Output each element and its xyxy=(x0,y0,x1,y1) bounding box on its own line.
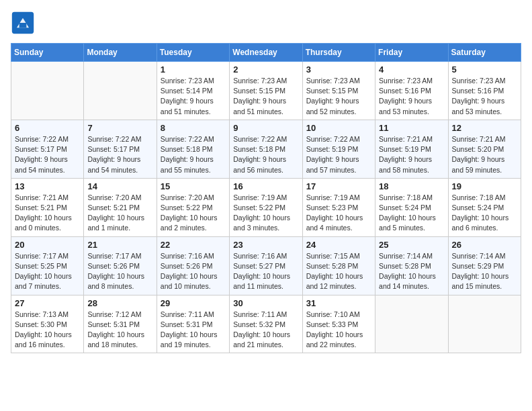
calendar-cell: 29Sunrise: 7:11 AM Sunset: 5:31 PM Dayli… xyxy=(157,295,229,353)
day-number: 3 xyxy=(306,64,371,75)
calendar-cell: 22Sunrise: 7:16 AM Sunset: 5:26 PM Dayli… xyxy=(157,236,229,295)
day-info: Sunrise: 7:23 AM Sunset: 5:15 PM Dayligh… xyxy=(306,76,371,117)
day-info: Sunrise: 7:15 AM Sunset: 5:28 PM Dayligh… xyxy=(306,251,371,292)
day-number: 11 xyxy=(379,123,444,133)
calendar-cell: 28Sunrise: 7:12 AM Sunset: 5:31 PM Dayli… xyxy=(84,295,157,353)
day-info: Sunrise: 7:22 AM Sunset: 5:18 PM Dayligh… xyxy=(233,134,298,175)
calendar-week-row: 27Sunrise: 7:13 AM Sunset: 5:30 PM Dayli… xyxy=(11,295,521,353)
day-info: Sunrise: 7:20 AM Sunset: 5:21 PM Dayligh… xyxy=(87,193,152,234)
calendar-header-row: SundayMondayTuesdayWednesdayThursdayFrid… xyxy=(11,44,521,62)
calendar-week-row: 13Sunrise: 7:21 AM Sunset: 5:21 PM Dayli… xyxy=(11,178,521,236)
day-number: 30 xyxy=(233,298,298,308)
calendar-day-header: Monday xyxy=(84,44,157,62)
calendar-cell: 31Sunrise: 7:10 AM Sunset: 5:33 PM Dayli… xyxy=(302,295,375,353)
calendar-cell: 25Sunrise: 7:14 AM Sunset: 5:28 PM Dayli… xyxy=(375,236,448,295)
calendar-cell xyxy=(375,295,448,353)
calendar-cell: 20Sunrise: 7:17 AM Sunset: 5:25 PM Dayli… xyxy=(11,236,84,295)
day-info: Sunrise: 7:23 AM Sunset: 5:16 PM Dayligh… xyxy=(452,76,517,117)
calendar-cell xyxy=(84,62,157,120)
calendar-cell xyxy=(11,62,84,120)
day-number: 22 xyxy=(161,240,226,250)
day-info: Sunrise: 7:14 AM Sunset: 5:28 PM Dayligh… xyxy=(379,251,444,292)
calendar-day-header: Tuesday xyxy=(157,44,229,62)
day-number: 4 xyxy=(379,64,444,75)
day-info: Sunrise: 7:22 AM Sunset: 5:17 PM Dayligh… xyxy=(87,134,152,175)
day-info: Sunrise: 7:21 AM Sunset: 5:21 PM Dayligh… xyxy=(15,193,80,234)
calendar-cell: 17Sunrise: 7:19 AM Sunset: 5:23 PM Dayli… xyxy=(302,178,375,236)
calendar-cell: 15Sunrise: 7:20 AM Sunset: 5:22 PM Dayli… xyxy=(157,178,229,236)
day-number: 28 xyxy=(87,298,152,308)
day-number: 7 xyxy=(87,123,152,133)
calendar-cell: 27Sunrise: 7:13 AM Sunset: 5:30 PM Dayli… xyxy=(11,295,84,353)
day-number: 2 xyxy=(233,64,298,75)
calendar-table: SundayMondayTuesdayWednesdayThursdayFrid… xyxy=(11,43,521,353)
day-info: Sunrise: 7:16 AM Sunset: 5:26 PM Dayligh… xyxy=(161,251,226,292)
day-number: 24 xyxy=(306,240,371,250)
day-number: 19 xyxy=(452,181,517,191)
calendar-day-header: Saturday xyxy=(448,44,521,62)
day-info: Sunrise: 7:22 AM Sunset: 5:18 PM Dayligh… xyxy=(161,134,226,175)
day-info: Sunrise: 7:22 AM Sunset: 5:19 PM Dayligh… xyxy=(306,134,371,175)
calendar-cell: 6Sunrise: 7:22 AM Sunset: 5:17 PM Daylig… xyxy=(11,120,84,178)
calendar-cell: 5Sunrise: 7:23 AM Sunset: 5:16 PM Daylig… xyxy=(448,62,521,120)
calendar-cell: 13Sunrise: 7:21 AM Sunset: 5:21 PM Dayli… xyxy=(11,178,84,236)
day-number: 27 xyxy=(15,298,80,308)
day-info: Sunrise: 7:17 AM Sunset: 5:25 PM Dayligh… xyxy=(15,251,80,292)
calendar-cell: 14Sunrise: 7:20 AM Sunset: 5:21 PM Dayli… xyxy=(84,178,157,236)
calendar-cell: 3Sunrise: 7:23 AM Sunset: 5:15 PM Daylig… xyxy=(302,62,375,120)
day-info: Sunrise: 7:11 AM Sunset: 5:31 PM Dayligh… xyxy=(161,310,226,351)
calendar-cell: 24Sunrise: 7:15 AM Sunset: 5:28 PM Dayli… xyxy=(302,236,375,295)
day-number: 16 xyxy=(233,181,298,191)
day-info: Sunrise: 7:19 AM Sunset: 5:23 PM Dayligh… xyxy=(306,193,371,234)
day-number: 21 xyxy=(87,240,152,250)
calendar-week-row: 1Sunrise: 7:23 AM Sunset: 5:14 PM Daylig… xyxy=(11,62,521,120)
day-number: 8 xyxy=(161,123,226,133)
calendar-cell: 18Sunrise: 7:18 AM Sunset: 5:24 PM Dayli… xyxy=(375,178,448,236)
day-info: Sunrise: 7:20 AM Sunset: 5:22 PM Dayligh… xyxy=(161,193,226,234)
day-number: 15 xyxy=(161,181,226,191)
calendar-cell xyxy=(448,295,521,353)
day-info: Sunrise: 7:21 AM Sunset: 5:19 PM Dayligh… xyxy=(379,134,444,175)
day-info: Sunrise: 7:16 AM Sunset: 5:27 PM Dayligh… xyxy=(233,251,298,292)
day-info: Sunrise: 7:13 AM Sunset: 5:30 PM Dayligh… xyxy=(15,310,80,351)
calendar-cell: 26Sunrise: 7:14 AM Sunset: 5:29 PM Dayli… xyxy=(448,236,521,295)
day-info: Sunrise: 7:21 AM Sunset: 5:20 PM Dayligh… xyxy=(452,134,517,175)
day-info: Sunrise: 7:23 AM Sunset: 5:15 PM Dayligh… xyxy=(233,76,298,117)
calendar-cell: 30Sunrise: 7:11 AM Sunset: 5:32 PM Dayli… xyxy=(230,295,302,353)
calendar-day-header: Wednesday xyxy=(230,44,302,62)
calendar-cell: 4Sunrise: 7:23 AM Sunset: 5:16 PM Daylig… xyxy=(375,62,448,120)
day-info: Sunrise: 7:19 AM Sunset: 5:22 PM Dayligh… xyxy=(233,193,298,234)
day-info: Sunrise: 7:17 AM Sunset: 5:26 PM Dayligh… xyxy=(87,251,152,292)
calendar-cell: 10Sunrise: 7:22 AM Sunset: 5:19 PM Dayli… xyxy=(302,120,375,178)
calendar-cell: 2Sunrise: 7:23 AM Sunset: 5:15 PM Daylig… xyxy=(230,62,302,120)
calendar-cell: 19Sunrise: 7:18 AM Sunset: 5:24 PM Dayli… xyxy=(448,178,521,236)
calendar-day-header: Sunday xyxy=(11,44,84,62)
day-number: 26 xyxy=(452,240,517,250)
day-number: 13 xyxy=(15,181,80,191)
day-info: Sunrise: 7:22 AM Sunset: 5:17 PM Dayligh… xyxy=(15,134,80,175)
day-number: 10 xyxy=(306,123,371,133)
day-number: 14 xyxy=(87,181,152,191)
day-number: 5 xyxy=(452,64,517,75)
day-number: 9 xyxy=(233,123,298,133)
day-info: Sunrise: 7:14 AM Sunset: 5:29 PM Dayligh… xyxy=(452,251,517,292)
calendar-cell: 11Sunrise: 7:21 AM Sunset: 5:19 PM Dayli… xyxy=(375,120,448,178)
day-info: Sunrise: 7:23 AM Sunset: 5:16 PM Dayligh… xyxy=(379,76,444,117)
calendar-cell: 21Sunrise: 7:17 AM Sunset: 5:26 PM Dayli… xyxy=(84,236,157,295)
day-info: Sunrise: 7:18 AM Sunset: 5:24 PM Dayligh… xyxy=(452,193,517,234)
day-info: Sunrise: 7:12 AM Sunset: 5:31 PM Dayligh… xyxy=(87,310,152,351)
logo xyxy=(11,11,38,35)
page-header xyxy=(11,11,521,35)
day-number: 25 xyxy=(379,240,444,250)
day-number: 12 xyxy=(452,123,517,133)
calendar-cell: 12Sunrise: 7:21 AM Sunset: 5:20 PM Dayli… xyxy=(448,120,521,178)
calendar-cell: 8Sunrise: 7:22 AM Sunset: 5:18 PM Daylig… xyxy=(157,120,229,178)
day-number: 20 xyxy=(15,240,80,250)
day-number: 31 xyxy=(306,298,371,308)
calendar-week-row: 20Sunrise: 7:17 AM Sunset: 5:25 PM Dayli… xyxy=(11,236,521,295)
calendar-day-header: Friday xyxy=(375,44,448,62)
calendar-cell: 7Sunrise: 7:22 AM Sunset: 5:17 PM Daylig… xyxy=(84,120,157,178)
day-number: 23 xyxy=(233,240,298,250)
day-number: 6 xyxy=(15,123,80,133)
calendar-cell: 1Sunrise: 7:23 AM Sunset: 5:14 PM Daylig… xyxy=(157,62,229,120)
